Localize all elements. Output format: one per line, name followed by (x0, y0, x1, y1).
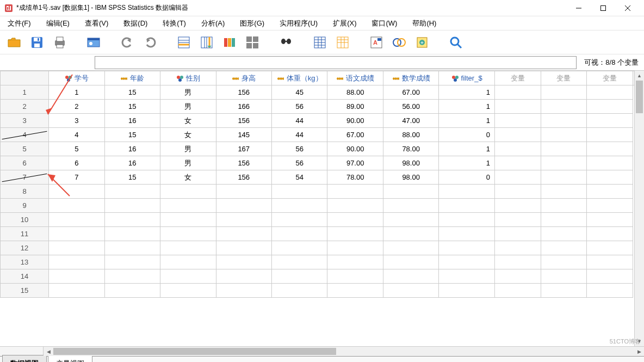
data-cell[interactable]: 0 (439, 128, 494, 142)
split-file-icon[interactable]: A (368, 34, 385, 51)
data-cell[interactable] (383, 213, 438, 227)
data-cell[interactable] (216, 199, 271, 213)
data-cell[interactable] (439, 185, 494, 199)
menu-edit[interactable]: 编辑(E) (43, 17, 73, 29)
data-cell[interactable] (49, 269, 104, 284)
data-cell[interactable]: 6 (49, 156, 104, 170)
data-cell[interactable] (541, 227, 587, 241)
data-cell[interactable]: 15 (104, 128, 160, 142)
row-header[interactable]: 9 (1, 199, 49, 213)
data-cell[interactable] (160, 213, 216, 227)
data-cell[interactable] (541, 241, 587, 255)
select-cases-icon[interactable]: + (413, 34, 431, 51)
data-cell[interactable]: 44 (271, 114, 327, 128)
data-cell[interactable]: 145 (216, 128, 271, 142)
data-cell[interactable] (494, 227, 541, 241)
data-cell[interactable] (160, 241, 216, 255)
data-cell[interactable] (104, 185, 160, 199)
data-cell[interactable] (104, 213, 160, 227)
data-cell[interactable] (439, 213, 494, 227)
data-cell[interactable] (327, 227, 383, 241)
column-header[interactable]: 体重（kg） (271, 71, 327, 85)
row-header[interactable]: 7 (1, 170, 49, 185)
data-cell[interactable]: 88.00 (383, 128, 438, 142)
data-cell[interactable]: 97.00 (327, 156, 383, 170)
recall-dialog-icon[interactable] (85, 34, 102, 51)
data-cell[interactable]: 156 (216, 156, 271, 170)
data-cell[interactable]: 54 (271, 170, 327, 185)
data-cell[interactable] (494, 255, 541, 269)
data-cell[interactable]: 56 (271, 100, 327, 114)
menu-data[interactable]: 数据(D) (120, 17, 151, 29)
data-cell[interactable] (104, 199, 160, 213)
cell-value-input[interactable] (95, 56, 577, 69)
data-cell[interactable]: 3 (49, 114, 104, 128)
data-cell[interactable] (160, 227, 216, 241)
data-cell[interactable]: 0 (439, 170, 494, 185)
data-cell[interactable]: 16 (104, 156, 160, 170)
variables-icon[interactable] (221, 34, 238, 51)
data-cell[interactable]: 67.00 (327, 128, 383, 142)
menu-extensions[interactable]: 扩展(X) (330, 17, 360, 29)
data-cell[interactable]: 156 (216, 85, 271, 100)
data-cell[interactable] (439, 199, 494, 213)
row-header[interactable]: 1 (1, 85, 49, 100)
data-cell[interactable] (587, 227, 633, 241)
data-cell[interactable] (383, 241, 438, 255)
data-cell[interactable] (587, 213, 633, 227)
data-cell[interactable] (49, 185, 104, 199)
data-cell[interactable]: 156 (216, 114, 271, 128)
column-header[interactable]: 年龄 (104, 71, 160, 85)
data-cell[interactable] (327, 213, 383, 227)
data-cell[interactable]: 16 (104, 114, 160, 128)
column-header[interactable]: 数学成绩 (383, 71, 438, 85)
minimize-button[interactable] (566, 1, 591, 16)
data-cell[interactable] (587, 185, 633, 199)
data-cell[interactable]: 1 (49, 85, 104, 100)
data-cell[interactable] (216, 269, 271, 284)
redo-icon[interactable] (141, 34, 159, 51)
data-cell[interactable] (327, 199, 383, 213)
data-cell[interactable]: 1 (439, 156, 494, 170)
data-cell[interactable] (383, 199, 438, 213)
menu-analyze[interactable]: 分析(A) (198, 17, 228, 29)
data-cell[interactable] (494, 199, 541, 213)
data-cell[interactable] (216, 227, 271, 241)
data-cell[interactable] (160, 269, 216, 284)
data-cell[interactable] (271, 255, 327, 269)
data-cell[interactable]: 男 (160, 85, 216, 100)
data-cell[interactable]: 女 (160, 170, 216, 185)
data-cell[interactable] (271, 185, 327, 199)
data-cell[interactable] (383, 269, 438, 284)
data-cell[interactable] (541, 199, 587, 213)
menu-window[interactable]: 窗口(W) (368, 17, 400, 29)
data-cell[interactable]: 56.00 (383, 100, 438, 114)
data-cell[interactable] (327, 185, 383, 199)
data-cell[interactable] (439, 284, 494, 298)
column-header[interactable]: 性别 (160, 71, 216, 85)
empty-column-header[interactable]: 变量 (541, 71, 587, 85)
save-icon[interactable] (28, 34, 46, 51)
goto-variable-icon[interactable] (198, 34, 215, 51)
data-cell[interactable] (541, 255, 587, 269)
data-cell[interactable]: 7 (49, 170, 104, 185)
data-cell[interactable] (541, 185, 587, 199)
data-cell[interactable] (494, 213, 541, 227)
column-header[interactable]: filter_$ (439, 71, 494, 85)
data-cell[interactable] (383, 227, 438, 241)
data-cell[interactable] (216, 185, 271, 199)
data-cell[interactable]: 1 (439, 100, 494, 114)
maximize-button[interactable] (591, 1, 615, 16)
search-icon[interactable] (447, 34, 465, 51)
data-cell[interactable]: 5 (49, 142, 104, 156)
data-cell[interactable] (439, 241, 494, 255)
data-cell[interactable] (49, 199, 104, 213)
menu-file[interactable]: 文件(F) (4, 17, 34, 29)
row-header[interactable]: 14 (1, 269, 49, 284)
row-header[interactable]: 2 (1, 100, 49, 114)
row-header[interactable]: 10 (1, 213, 49, 227)
row-header[interactable]: 4 (1, 128, 49, 142)
data-cell[interactable]: 90.00 (327, 142, 383, 156)
data-cell[interactable]: 男 (160, 142, 216, 156)
data-cell[interactable] (49, 284, 104, 298)
